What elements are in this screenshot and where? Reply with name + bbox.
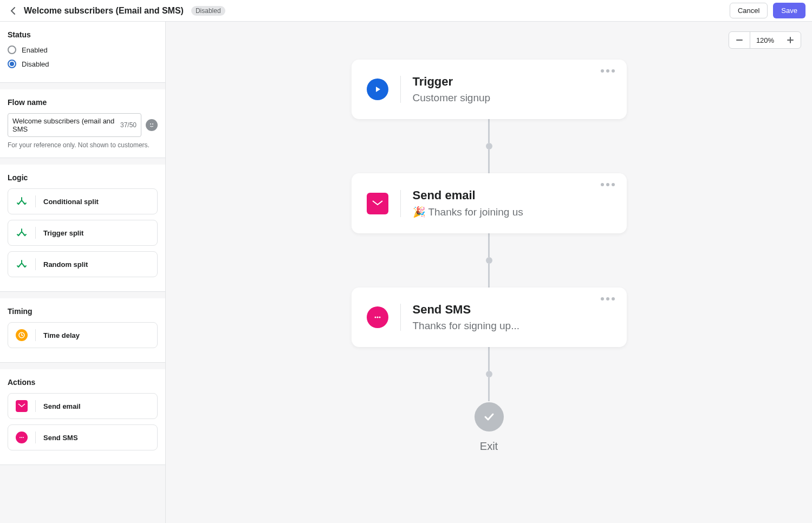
add-node-dot[interactable] xyxy=(486,257,492,264)
block-send-sms[interactable]: Send SMS xyxy=(8,424,158,450)
plus-icon xyxy=(787,36,794,44)
smiley-icon xyxy=(148,122,155,128)
radio-label: Enabled xyxy=(22,46,48,54)
add-node-dot[interactable] xyxy=(486,371,492,377)
chat-bubble-icon xyxy=(16,432,28,443)
radio-disabled[interactable]: Disabled xyxy=(8,60,158,68)
connector xyxy=(488,347,490,371)
panel-title-actions: Actions xyxy=(8,378,158,387)
connector xyxy=(488,119,490,143)
zoom-in-button[interactable] xyxy=(780,32,801,48)
save-button[interactable]: Save xyxy=(773,3,805,18)
connector xyxy=(488,233,490,257)
svg-point-11 xyxy=(374,317,376,318)
node-trigger[interactable]: Trigger Customer signup xyxy=(352,60,627,119)
radio-icon xyxy=(8,45,16,54)
flowname-counter: 37/50 xyxy=(120,121,137,129)
svg-point-13 xyxy=(379,317,380,318)
block-label: Time delay xyxy=(43,331,80,339)
block-conditional-split[interactable]: Conditional split xyxy=(8,188,158,214)
connector xyxy=(488,149,490,173)
block-label: Conditional split xyxy=(43,198,99,206)
svg-point-1 xyxy=(152,123,153,125)
clock-icon xyxy=(16,329,28,341)
block-label: Trigger split xyxy=(43,229,83,237)
connector xyxy=(488,264,490,287)
actions-panel: Actions Send email Send SMS xyxy=(0,369,165,465)
chevron-left-icon xyxy=(10,7,16,15)
panel-title-flowname: Flow name xyxy=(8,98,158,107)
svg-point-6 xyxy=(23,437,24,438)
status-badge: Disabled xyxy=(191,6,225,16)
svg-rect-10 xyxy=(372,200,383,207)
topbar: Welcome subscribers (Email and SMS) Disa… xyxy=(0,0,812,22)
node-menu-button[interactable] xyxy=(601,69,615,73)
minus-icon xyxy=(736,36,743,44)
chat-bubble-icon xyxy=(367,306,388,328)
node-subtitle: Customer signup xyxy=(413,92,612,104)
zoom-controls: 120% xyxy=(729,31,801,49)
cancel-button[interactable]: Cancel xyxy=(730,3,768,18)
svg-point-12 xyxy=(376,317,378,318)
panel-title-timing: Timing xyxy=(8,307,158,316)
block-trigger-split[interactable]: Trigger split xyxy=(8,220,158,246)
node-menu-button[interactable] xyxy=(601,297,615,300)
flowname-panel: Flow name Welcome subscribers (email and… xyxy=(0,89,165,158)
split-icon xyxy=(16,227,28,239)
node-subtitle: Thanks for signing up... xyxy=(413,320,612,332)
add-node-dot[interactable] xyxy=(486,143,492,149)
timing-panel: Timing Time delay xyxy=(0,298,165,363)
block-label: Random split xyxy=(43,260,88,269)
block-time-delay[interactable]: Time delay xyxy=(8,322,158,348)
svg-point-0 xyxy=(150,123,151,125)
svg-point-5 xyxy=(21,437,22,438)
emoji-button[interactable] xyxy=(146,119,158,131)
back-button[interactable] xyxy=(7,4,20,17)
svg-point-4 xyxy=(20,437,21,438)
connector xyxy=(488,377,490,401)
block-random-split[interactable]: Random split xyxy=(8,251,158,277)
exit-node xyxy=(475,402,504,432)
zoom-out-button[interactable] xyxy=(729,32,750,48)
envelope-icon xyxy=(16,400,28,412)
block-send-email[interactable]: Send email xyxy=(8,393,158,419)
node-title: Send SMS xyxy=(413,303,612,317)
envelope-icon xyxy=(367,193,388,214)
radio-icon xyxy=(8,60,16,68)
block-label: Send email xyxy=(43,402,81,410)
split-icon xyxy=(16,195,28,207)
play-icon xyxy=(367,79,388,100)
node-menu-button[interactable] xyxy=(601,183,615,186)
sidebar: Status Enabled Disabled Flow name Welcom… xyxy=(0,22,166,523)
node-title: Trigger xyxy=(413,75,612,89)
panel-title-status: Status xyxy=(8,30,158,39)
flowname-help: For your reference only. Not shown to cu… xyxy=(8,141,158,149)
logic-panel: Logic Conditional split Trigger split xyxy=(0,165,165,292)
page-title: Welcome subscribers (Email and SMS) xyxy=(24,6,184,16)
radio-enabled[interactable]: Enabled xyxy=(8,45,158,54)
flowname-value: Welcome subscribers (email and SMS xyxy=(12,117,120,133)
flow-container: Trigger Customer signup Send email 🎉 Tha… xyxy=(352,60,627,453)
panel-title-logic: Logic xyxy=(8,173,158,182)
node-title: Send email xyxy=(413,188,612,202)
check-icon xyxy=(482,410,496,424)
flowname-input[interactable]: Welcome subscribers (email and SMS 37/50 xyxy=(8,113,141,137)
exit-label: Exit xyxy=(480,440,498,453)
node-send-sms[interactable]: Send SMS Thanks for signing up... xyxy=(352,287,627,347)
block-label: Send SMS xyxy=(43,434,78,442)
radio-label: Disabled xyxy=(22,60,49,68)
zoom-level: 120% xyxy=(750,32,780,48)
canvas[interactable]: 120% Trigger Customer signup xyxy=(166,22,812,523)
node-send-email[interactable]: Send email 🎉 Thanks for joining us xyxy=(352,173,627,233)
split-icon xyxy=(16,258,28,270)
status-panel: Status Enabled Disabled xyxy=(0,22,165,83)
node-subtitle: 🎉 Thanks for joining us xyxy=(413,206,612,218)
